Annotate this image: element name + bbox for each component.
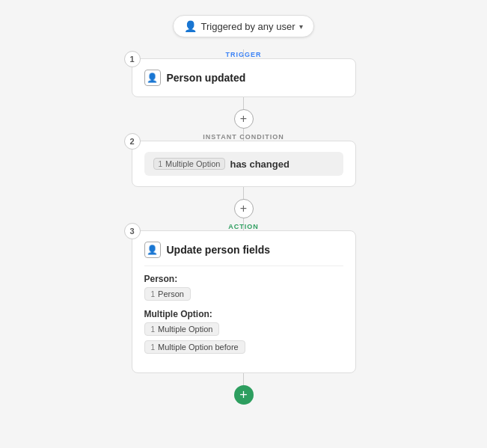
trigger-label: Triggered by any user bbox=[201, 21, 295, 32]
step-2-wrapper: 2 INSTANT CONDITION 1 Multiple Option ha… bbox=[132, 141, 356, 187]
person-detail-section: Person: 1 Person bbox=[144, 274, 343, 303]
step-1-title: Person updated bbox=[167, 72, 246, 84]
person-detail-label: Person: bbox=[144, 274, 343, 284]
step-3-wrapper: 3 ACTION 👤 Update person fields Person: … bbox=[132, 230, 356, 373]
step-1-title-row: 👤 Person updated bbox=[144, 70, 343, 86]
option-badge-num-1: 1 bbox=[151, 325, 156, 334]
add-button-2[interactable]: + bbox=[234, 199, 254, 218]
step-2-type-label: INSTANT CONDITION bbox=[203, 133, 284, 141]
option-detail-section: Multiple Option: 1 Multiple Option 1 Mul… bbox=[144, 309, 343, 356]
option-badge-text-2: Multiple Option before bbox=[158, 343, 239, 352]
option-badge-num-2: 1 bbox=[151, 343, 156, 352]
step-3-type-label: ACTION bbox=[228, 223, 259, 230]
option-badge-row: 1 Multiple Option 1 Multiple Option befo… bbox=[144, 322, 343, 356]
connector-6 bbox=[243, 373, 244, 385]
step-1-wrapper: 1 TRIGGER 👤 Person updated bbox=[132, 58, 356, 97]
option-badge-text-1: Multiple Option bbox=[158, 325, 212, 334]
condition-text: Multiple Option bbox=[165, 159, 220, 168]
step-2-card[interactable]: 1 Multiple Option has changed bbox=[132, 141, 356, 187]
option-badge-2: 1 Multiple Option before bbox=[144, 340, 245, 354]
person-badge-text: Person bbox=[158, 289, 184, 298]
person-icon-1: 👤 bbox=[144, 70, 161, 86]
add-button-1[interactable]: + bbox=[234, 109, 254, 129]
workflow-container: 👤 Triggered by any user ▾ 1 TRIGGER 👤 Pe… bbox=[0, 15, 487, 405]
step-1-type-label: TRIGGER bbox=[225, 51, 261, 58]
step-1-number: 1 bbox=[124, 51, 141, 67]
connector-4 bbox=[243, 187, 244, 199]
person-icon-3: 👤 bbox=[144, 242, 161, 258]
step-2-number: 2 bbox=[124, 133, 141, 150]
action-details: Person: 1 Person Multiple Option: 1 Mult… bbox=[144, 266, 343, 356]
step-3-card[interactable]: 👤 Update person fields Person: 1 Person … bbox=[132, 230, 356, 373]
chevron-down-icon: ▾ bbox=[299, 22, 303, 31]
step-3-number: 3 bbox=[124, 223, 141, 239]
step-3-title-row: 👤 Update person fields bbox=[144, 242, 343, 258]
condition-qualifier: has changed bbox=[230, 159, 289, 170]
connector-2 bbox=[243, 97, 244, 109]
person-badge: 1 Person bbox=[144, 287, 191, 301]
condition-badge: 1 Multiple Option bbox=[153, 158, 226, 170]
step-1-card[interactable]: 👤 Person updated bbox=[132, 58, 356, 97]
condition-inner: 1 Multiple Option has changed bbox=[144, 152, 343, 176]
condition-badge-num: 1 bbox=[159, 160, 163, 168]
option-badge-1: 1 Multiple Option bbox=[144, 322, 220, 336]
final-add-button[interactable]: + bbox=[234, 385, 254, 405]
user-icon: 👤 bbox=[184, 20, 197, 32]
person-badge-num: 1 bbox=[151, 290, 156, 298]
step-3-title: Update person fields bbox=[167, 244, 270, 256]
option-detail-label: Multiple Option: bbox=[144, 309, 343, 319]
person-badge-row: 1 Person bbox=[144, 287, 343, 303]
trigger-dropdown-button[interactable]: 👤 Triggered by any user ▾ bbox=[173, 15, 315, 37]
